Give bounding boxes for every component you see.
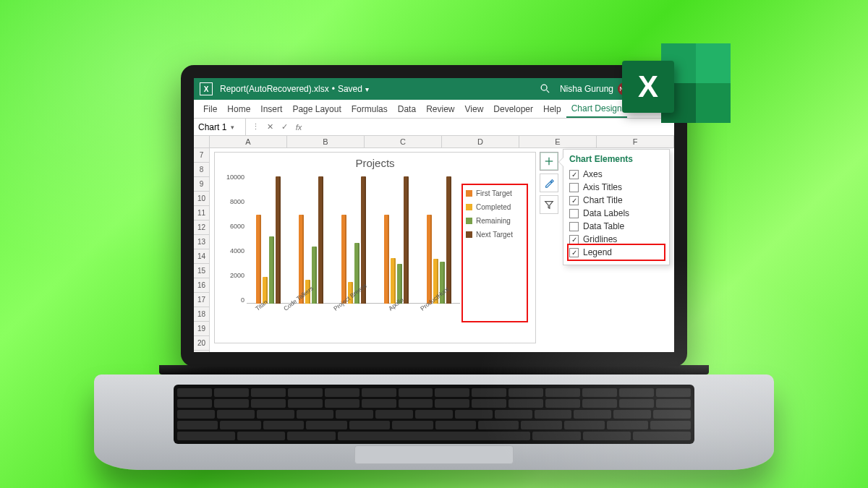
row-header[interactable]: 13 bbox=[194, 235, 209, 249]
chart-elements-panel[interactable]: Chart Elements ✓AxesAxis Titles✓Chart Ti… bbox=[563, 149, 670, 265]
bar[interactable] bbox=[318, 176, 323, 304]
chevron-down-icon[interactable]: ▾ bbox=[365, 85, 369, 93]
swatch-icon bbox=[466, 231, 472, 238]
tab-formulas[interactable]: Formulas bbox=[346, 100, 393, 118]
bar[interactable] bbox=[276, 176, 281, 304]
sheet-area[interactable]: A B C D E F 7 8 9 10 11 12 13 14 15 bbox=[194, 136, 674, 352]
more-icon[interactable]: ⋮ bbox=[249, 121, 262, 134]
checkbox-icon[interactable]: ✓ bbox=[569, 170, 579, 179]
chart-styles-button[interactable] bbox=[540, 174, 558, 192]
column-headers: A B C D E F bbox=[194, 136, 674, 148]
tab-page-layout[interactable]: Page Layout bbox=[287, 100, 346, 118]
row-header[interactable]: 10 bbox=[194, 192, 209, 206]
tab-insert[interactable]: Insert bbox=[255, 100, 287, 118]
row-header[interactable]: 15 bbox=[194, 264, 209, 278]
option-label: Chart Title bbox=[583, 195, 623, 205]
titlebar: X Report(AutoRecovered).xlsx • Saved ▾ N… bbox=[194, 78, 674, 100]
chevron-down-icon[interactable]: ▾ bbox=[231, 124, 234, 131]
name-box[interactable]: Chart 1 ▾ bbox=[194, 119, 246, 135]
checkbox-icon[interactable] bbox=[569, 183, 579, 192]
checkbox-icon[interactable] bbox=[569, 209, 579, 218]
row-header[interactable]: 19 bbox=[194, 322, 209, 336]
tab-file[interactable]: File bbox=[198, 100, 222, 118]
row-header[interactable]: 8 bbox=[194, 163, 209, 177]
formula-controls: ⋮ ✕ ✓ fx bbox=[246, 121, 308, 134]
row-header[interactable]: 11 bbox=[194, 206, 209, 221]
row-header[interactable]: 14 bbox=[194, 249, 209, 264]
bar[interactable] bbox=[341, 215, 346, 304]
col-c[interactable]: C bbox=[365, 136, 442, 147]
chart-element-option[interactable]: Data Table bbox=[569, 220, 663, 233]
row-header[interactable]: 16 bbox=[194, 278, 209, 293]
bar-group[interactable] bbox=[384, 176, 409, 304]
file-name[interactable]: Report(AutoRecovered).xlsx bbox=[220, 84, 329, 94]
chart-side-buttons bbox=[540, 152, 560, 214]
chart-element-option[interactable]: ✓Legend bbox=[569, 246, 663, 259]
legend-item[interactable]: Remaining bbox=[466, 217, 524, 225]
tab-home[interactable]: Home bbox=[222, 100, 255, 118]
chart-object[interactable]: Projects 10000 8000 6000 4000 2000 0 bbox=[214, 152, 536, 343]
bar[interactable] bbox=[427, 215, 432, 304]
bar-group[interactable] bbox=[427, 176, 451, 304]
row-headers: 7 8 9 10 11 12 13 14 15 16 17 18 19 20 bbox=[194, 148, 210, 352]
search-icon[interactable] bbox=[540, 83, 550, 95]
cancel-icon[interactable]: ✕ bbox=[263, 121, 276, 134]
col-f[interactable]: F bbox=[597, 136, 674, 147]
select-all-corner[interactable] bbox=[194, 136, 210, 147]
bar-groups bbox=[247, 174, 460, 304]
panel-title: Chart Elements bbox=[569, 154, 663, 164]
chart-element-option[interactable]: ✓Axes bbox=[569, 168, 663, 181]
chart-element-option[interactable]: Axis Titles bbox=[569, 181, 663, 194]
checkbox-icon[interactable] bbox=[569, 222, 579, 231]
row-header[interactable]: 9 bbox=[194, 177, 209, 192]
col-e[interactable]: E bbox=[519, 136, 597, 147]
chart-element-option[interactable]: ✓Chart Title bbox=[569, 194, 663, 207]
tab-review[interactable]: Review bbox=[421, 100, 459, 118]
bar-group[interactable] bbox=[256, 176, 281, 304]
screen-bezel: X Report(AutoRecovered).xlsx • Saved ▾ N… bbox=[181, 65, 687, 367]
legend-item[interactable]: Next Target bbox=[466, 231, 524, 239]
legend-item[interactable]: Completed bbox=[466, 203, 524, 211]
tab-developer[interactable]: Developer bbox=[488, 100, 538, 118]
tab-help[interactable]: Help bbox=[538, 100, 566, 118]
excel-logo-icon: X bbox=[622, 43, 731, 137]
checkbox-icon[interactable]: ✓ bbox=[569, 248, 579, 257]
svg-point-0 bbox=[541, 85, 547, 90]
save-state[interactable]: Saved bbox=[338, 84, 362, 94]
bar[interactable] bbox=[269, 236, 274, 304]
bar[interactable] bbox=[446, 176, 451, 304]
bar[interactable] bbox=[404, 176, 409, 304]
user-name[interactable]: Nisha Gurung bbox=[560, 84, 613, 94]
confirm-icon[interactable]: ✓ bbox=[278, 121, 291, 134]
chart-element-option[interactable]: ✓Gridlines bbox=[569, 233, 663, 246]
col-d[interactable]: D bbox=[442, 136, 519, 147]
y-tick: 4000 bbox=[230, 247, 244, 254]
row-header[interactable]: 17 bbox=[194, 293, 209, 307]
col-b[interactable]: B bbox=[287, 136, 365, 147]
chart-title[interactable]: Projects bbox=[215, 153, 535, 171]
legend-item[interactable]: First Target bbox=[466, 189, 524, 197]
bar[interactable] bbox=[384, 215, 389, 304]
col-a[interactable]: A bbox=[210, 136, 287, 147]
legend-label: Next Target bbox=[476, 231, 513, 239]
tab-view[interactable]: View bbox=[460, 100, 489, 118]
chart-plot: 10000 8000 6000 4000 2000 0 TitanCode Ta bbox=[222, 171, 460, 322]
row-header[interactable]: 7 bbox=[194, 148, 209, 163]
row-header[interactable]: 18 bbox=[194, 307, 209, 322]
formula-input[interactable] bbox=[308, 119, 674, 135]
chart-legend[interactable]: First Target Completed Remaining Next Ta… bbox=[461, 184, 528, 322]
fx-icon[interactable]: fx bbox=[292, 121, 305, 134]
bar[interactable] bbox=[391, 258, 396, 304]
bar[interactable] bbox=[256, 215, 261, 304]
checkbox-icon[interactable]: ✓ bbox=[569, 235, 579, 244]
row-header[interactable]: 20 bbox=[194, 336, 209, 351]
checkbox-icon[interactable]: ✓ bbox=[569, 196, 579, 205]
tab-data[interactable]: Data bbox=[393, 100, 421, 118]
row-header[interactable]: 12 bbox=[194, 221, 209, 235]
chart-element-option[interactable]: Data Labels bbox=[569, 207, 663, 220]
trackpad bbox=[354, 445, 514, 464]
tab-chart-design[interactable]: Chart Design bbox=[566, 100, 627, 118]
chart-elements-button[interactable] bbox=[540, 152, 558, 171]
chart-body: 10000 8000 6000 4000 2000 0 TitanCode Ta bbox=[215, 171, 535, 322]
chart-filters-button[interactable] bbox=[540, 195, 558, 214]
